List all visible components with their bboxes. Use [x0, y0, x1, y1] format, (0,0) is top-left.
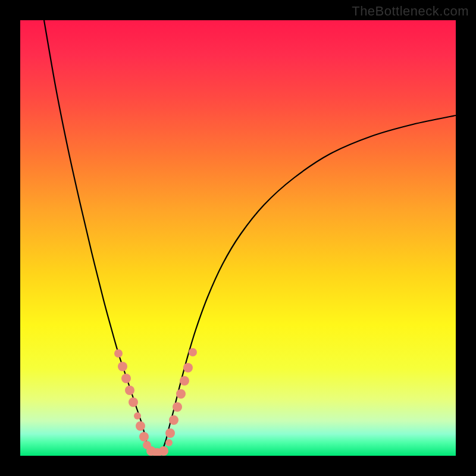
data-marker: [121, 374, 131, 383]
data-marker: [118, 362, 127, 371]
data-marker: [165, 428, 175, 438]
data-marker: [176, 389, 186, 399]
data-marker: [165, 439, 173, 446]
data-marker: [173, 402, 182, 412]
data-marker: [189, 348, 197, 356]
right-curve: [163, 115, 456, 449]
data-marker: [134, 412, 141, 419]
marker-group: [114, 348, 197, 456]
data-marker: [169, 415, 178, 425]
data-marker: [139, 432, 149, 441]
data-marker: [125, 386, 134, 395]
chart-svg: [20, 20, 456, 456]
watermark-text: TheBottleneck.com: [352, 4, 469, 19]
left-curve: [44, 20, 148, 449]
data-marker: [129, 397, 138, 407]
data-marker: [183, 363, 193, 372]
data-marker: [180, 376, 189, 386]
data-marker: [114, 349, 123, 358]
plot-area: [20, 20, 456, 456]
data-marker: [159, 446, 168, 456]
data-marker: [136, 421, 145, 431]
